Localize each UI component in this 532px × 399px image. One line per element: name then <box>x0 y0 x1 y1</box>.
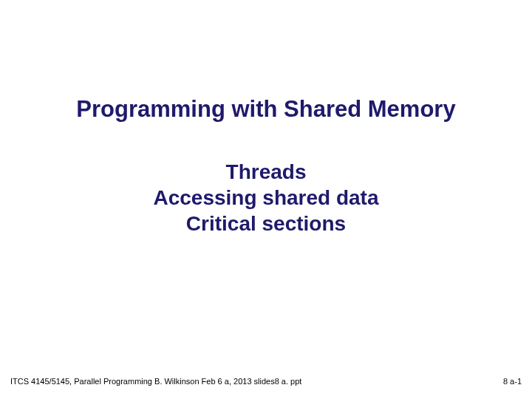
footer-left: ITCS 4145/5145, Parallel Programming B. … <box>10 377 301 386</box>
subtitle-line-3: Critical sections <box>0 211 532 236</box>
slide: Programming with Shared Memory Threads A… <box>0 0 532 399</box>
subtitle-line-2: Accessing shared data <box>0 185 532 211</box>
subtitle-line-1: Threads <box>0 159 532 185</box>
slide-title: Programming with Shared Memory <box>0 96 532 123</box>
slide-number: 8 a-1 <box>503 377 522 386</box>
slide-subtitle: Threads Accessing shared data Critical s… <box>0 159 532 236</box>
